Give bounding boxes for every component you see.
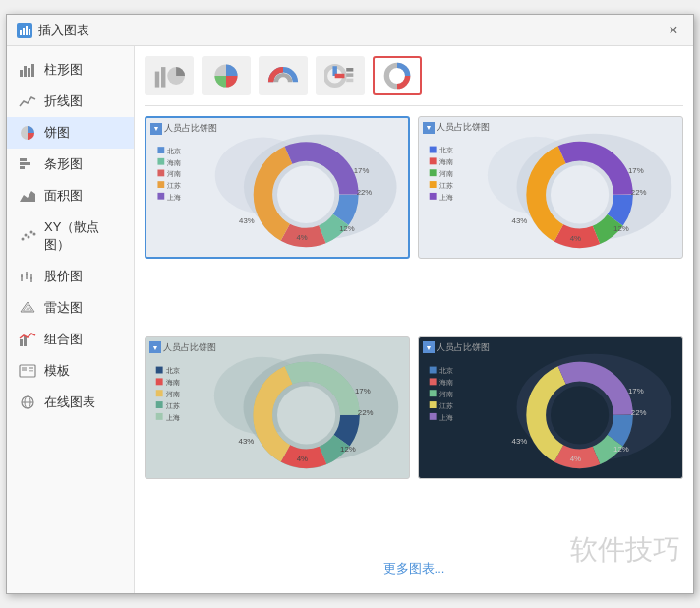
svg-marker-12 — [20, 191, 35, 202]
more-charts-link[interactable]: 更多图表... — [145, 554, 683, 583]
svg-point-45 — [392, 71, 403, 82]
svg-rect-76 — [430, 169, 437, 176]
chart-card-4[interactable]: ▼ 人员占比饼图 北京 海南 河南 江苏 — [418, 336, 683, 479]
sidebar-item-online[interactable]: 在线图表 — [7, 387, 134, 418]
svg-rect-3 — [29, 29, 30, 35]
svg-text:河南: 河南 — [166, 391, 180, 397]
chart-card-4-svg: 北京 海南 河南 江苏 上海 — [419, 337, 682, 478]
strip-chart-icon — [19, 155, 36, 173]
stock-chart-icon — [19, 268, 36, 285]
svg-rect-96 — [156, 366, 163, 373]
sidebar-item-template[interactable]: 模板 — [7, 355, 134, 387]
svg-rect-125 — [430, 401, 437, 408]
svg-text:北京: 北京 — [439, 367, 453, 374]
svg-rect-74 — [430, 157, 437, 164]
sidebar-item-radar[interactable]: 雷达图 — [7, 292, 134, 324]
svg-rect-2 — [26, 26, 28, 35]
bar-chart-icon — [19, 61, 36, 79]
area-chart-icon — [19, 187, 36, 205]
svg-rect-50 — [157, 158, 164, 165]
chart-type-donut-half[interactable] — [259, 56, 308, 95]
svg-text:4%: 4% — [570, 455, 581, 463]
svg-text:4%: 4% — [297, 455, 308, 463]
svg-text:海南: 海南 — [439, 158, 453, 165]
chart-type-donut-bar[interactable] — [316, 56, 365, 95]
svg-text:海南: 海南 — [167, 159, 181, 166]
svg-text:12%: 12% — [340, 445, 356, 454]
svg-text:43%: 43% — [239, 216, 255, 225]
chart-card-2-title: ▼ 人员占比饼图 — [423, 121, 490, 134]
chart-title-icon-3: ▼ — [149, 341, 161, 353]
svg-text:河南: 河南 — [439, 391, 453, 397]
svg-rect-119 — [430, 366, 437, 373]
svg-text:12%: 12% — [339, 224, 355, 233]
svg-rect-100 — [156, 390, 163, 396]
svg-rect-31 — [29, 367, 33, 369]
svg-rect-4 — [20, 70, 23, 77]
svg-rect-43 — [346, 79, 353, 83]
svg-text:22%: 22% — [357, 188, 373, 197]
sidebar-item-scatter[interactable]: XY（散点图） — [7, 212, 134, 261]
chart-title-icon-2: ▼ — [423, 122, 435, 134]
svg-rect-28 — [24, 336, 27, 346]
chart-card-1[interactable]: ▼ 人员占比饼图 北京 海南 河南 — [145, 116, 410, 259]
svg-rect-6 — [28, 68, 30, 77]
chart-type-full-pie[interactable] — [202, 56, 251, 95]
svg-rect-127 — [430, 412, 437, 419]
svg-text:4%: 4% — [570, 234, 581, 243]
svg-rect-0 — [20, 30, 22, 35]
svg-rect-30 — [22, 367, 27, 371]
charts-grid: ▼ 人员占比饼图 北京 海南 河南 — [145, 116, 683, 548]
svg-rect-37 — [161, 67, 165, 87]
svg-text:22%: 22% — [631, 407, 647, 416]
svg-text:江苏: 江苏 — [439, 401, 453, 408]
scatter-chart-icon — [19, 227, 36, 245]
sidebar-item-line[interactable]: 折线图 — [7, 86, 134, 117]
sidebar-item-stock[interactable]: 股价图 — [7, 261, 134, 292]
title-bar-left: 插入图表 — [17, 22, 89, 39]
svg-text:河南: 河南 — [167, 170, 181, 177]
svg-rect-80 — [430, 193, 437, 200]
sidebar-label-stock: 股价图 — [44, 268, 83, 285]
svg-point-16 — [30, 231, 33, 234]
online-chart-icon — [19, 394, 36, 411]
pie-chart-icon — [19, 124, 36, 142]
chart-card-1-svg: 北京 海南 河南 江苏 上海 — [146, 118, 408, 257]
svg-rect-56 — [157, 193, 164, 200]
combo-chart-icon — [19, 331, 36, 348]
sidebar-item-bar[interactable]: 柱形图 — [7, 54, 134, 86]
svg-rect-27 — [20, 339, 23, 346]
chart-type-bar-pie[interactable] — [145, 56, 194, 95]
dialog-title: 插入图表 — [38, 22, 89, 39]
insert-chart-dialog: 插入图表 × 柱形图 折线图 — [6, 14, 694, 594]
main-area: ▼ 人员占比饼图 北京 海南 河南 — [135, 46, 693, 593]
svg-rect-32 — [29, 370, 33, 372]
chart-card-3-svg: 北京 海南 河南 江苏 上海 — [146, 337, 409, 478]
sidebar-label-strip: 条形图 — [44, 155, 83, 173]
chart-title-icon-4: ▼ — [423, 341, 435, 353]
title-bar: 插入图表 × — [7, 15, 693, 46]
sidebar: 柱形图 折线图 饼图 — [7, 46, 135, 593]
sidebar-item-pie[interactable]: 饼图 — [7, 117, 134, 149]
svg-text:上海: 上海 — [167, 194, 181, 201]
svg-rect-123 — [430, 390, 437, 396]
close-button[interactable]: × — [664, 21, 683, 40]
svg-text:北京: 北京 — [439, 147, 453, 153]
chart-card-2[interactable]: ▼ 人员占比饼图 北京 海南 河南 江苏 — [418, 116, 683, 259]
svg-rect-42 — [346, 73, 353, 77]
sidebar-item-area[interactable]: 面积图 — [7, 180, 134, 212]
sidebar-item-strip[interactable]: 条形图 — [7, 149, 134, 180]
chart-card-3-title: ▼ 人员占比饼图 — [149, 341, 216, 354]
svg-text:上海: 上海 — [439, 194, 453, 201]
svg-point-88 — [551, 165, 609, 223]
sidebar-item-combo[interactable]: 组合图 — [7, 324, 134, 355]
svg-rect-1 — [23, 28, 25, 35]
svg-rect-54 — [157, 181, 164, 188]
chart-card-3[interactable]: ▼ 人员占比饼图 北京 海南 河南 江苏 — [145, 336, 410, 479]
chart-title-icon-1: ▼ — [150, 123, 162, 135]
svg-text:上海: 上海 — [439, 413, 453, 420]
svg-rect-10 — [20, 162, 30, 165]
svg-rect-11 — [20, 166, 25, 169]
chart-type-donut[interactable] — [373, 56, 422, 95]
svg-rect-121 — [430, 378, 437, 385]
